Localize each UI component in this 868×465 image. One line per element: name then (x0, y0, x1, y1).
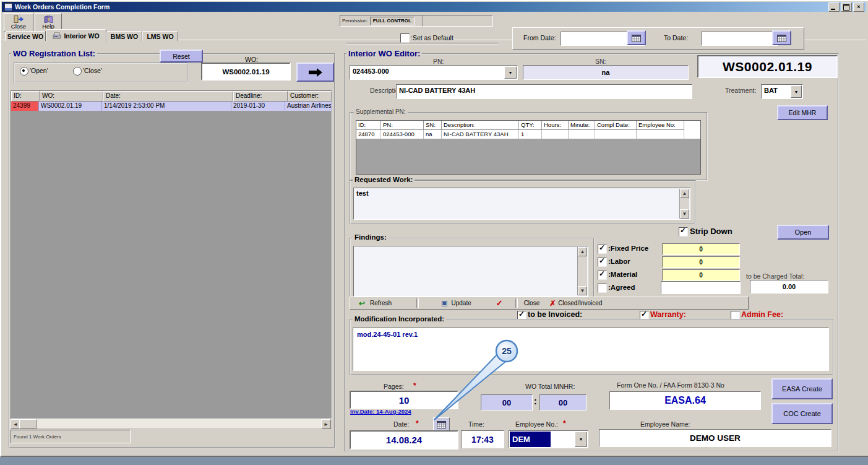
reset-label: Reset (173, 53, 189, 60)
closed-invoiced-button[interactable]: Closed/Invoiced (558, 300, 602, 306)
supp-grid-empty-area (356, 139, 700, 174)
findings-textarea[interactable]: ▲ ▼ (353, 246, 588, 297)
scroll-up-button[interactable]: ▲ (578, 247, 587, 256)
mnhr-minutes-value: 00 (559, 398, 567, 407)
set-as-default-underline (346, 43, 498, 45)
open-button[interactable]: Open (777, 225, 829, 240)
hscroll-thumb[interactable] (19, 419, 37, 429)
labor-checkbox[interactable] (598, 258, 607, 267)
grid-header-cell[interactable]: WO: (40, 91, 103, 102)
chevron-down-icon: ▼ (579, 437, 583, 441)
employee-name-value: DEMO USER (690, 433, 741, 443)
treatment-dropdown-button[interactable]: ▼ (791, 85, 802, 98)
scroll-down-button[interactable]: ▼ (680, 209, 689, 219)
requested-work-textarea[interactable]: test ▲ ▼ (353, 188, 690, 220)
close-radio[interactable] (73, 67, 82, 76)
minimize-button[interactable] (828, 2, 840, 12)
fixed-price-field[interactable]: 0 (662, 243, 740, 255)
grid-header-cell[interactable]: Employee No: (637, 121, 684, 130)
strip-down-checkbox[interactable] (679, 227, 688, 237)
pages-value: 10 (399, 395, 410, 406)
grid-header-cell[interactable]: Compl Date: (595, 121, 637, 130)
mnhr-separator: : (534, 396, 537, 406)
update-button[interactable]: Update (451, 300, 471, 306)
registration-status-bar: Found 1 Work Orders (11, 430, 131, 443)
status-text: Found 1 Work Orders (11, 434, 61, 440)
chevron-down-icon: ▼ (794, 90, 799, 94)
scroll-down-button[interactable]: ▼ (578, 286, 587, 295)
registration-hscrollbar[interactable]: ◄ ► (11, 419, 331, 428)
easa-create-label: EASA Create (782, 385, 822, 393)
pn-dropdown-button[interactable]: ▼ (504, 66, 517, 79)
set-as-default-checkbox[interactable] (400, 33, 410, 43)
pn-combobox[interactable]: 024453-000 ▼ (350, 65, 518, 80)
requested-work-scrollbar[interactable]: ▲ ▼ (679, 189, 689, 219)
scroll-up-button[interactable]: ▲ (680, 189, 689, 198)
table-cell (637, 130, 684, 139)
tab-lms-wo[interactable]: LMS WO (142, 31, 178, 41)
scroll-right-button[interactable]: ► (321, 419, 331, 429)
tab-interior-wo[interactable]: Interior WO (46, 29, 106, 41)
open-radio[interactable] (20, 67, 28, 76)
wo-registration-title: WO Registration List: (11, 49, 97, 58)
labor-field[interactable]: 0 (662, 256, 740, 268)
employee-no-dropdown-button[interactable]: ▼ (575, 432, 587, 447)
grid-header-cell[interactable]: PN: (381, 121, 424, 130)
agreed-field[interactable] (661, 281, 741, 294)
findings-scrollbar[interactable]: ▲ ▼ (577, 247, 587, 295)
form-one-field[interactable]: EASA.64 (609, 391, 761, 410)
grid-header-cell[interactable]: ID: (11, 91, 40, 102)
admin-fee-label: Admin Fee: (741, 310, 783, 319)
pages-required-mark: * (413, 381, 416, 390)
date-field[interactable]: 14.08.24 (350, 430, 458, 450)
callout-number: 25 (502, 346, 512, 356)
labor-label: :Labor (608, 258, 630, 265)
close-window-button[interactable]: × (853, 2, 864, 12)
fixed-price-checkbox[interactable] (598, 245, 607, 254)
material-field[interactable]: 0 (662, 269, 740, 281)
grid-header-cell[interactable]: Customer: (288, 91, 332, 102)
material-label: :Material (608, 271, 637, 278)
grid-header-cell[interactable]: SN: (424, 121, 442, 130)
table-row[interactable]: 24870024453-000naNI-CAD BATTERY 43AH1 (356, 130, 700, 139)
grid-header-cell[interactable]: Minute: (569, 121, 595, 130)
refresh-button[interactable]: Refresh (370, 300, 392, 306)
grid-header-cell[interactable]: Description: (442, 121, 519, 130)
grid-header-cell[interactable]: Deadline: (233, 91, 288, 102)
table-row[interactable]: 24399WS0002.01.191/14/2019 2:53:00 PM201… (11, 102, 332, 111)
time-field[interactable]: 17:43 (461, 430, 504, 448)
right-arrow-icon (307, 67, 324, 77)
grid-header-cell[interactable]: Date: (103, 91, 233, 102)
edit-mhr-button[interactable]: Edit MHR (777, 105, 828, 120)
toolbar-close-button[interactable]: Close (4, 13, 33, 32)
callout-tail (434, 354, 505, 420)
tab-bms-wo[interactable]: BMS WO (106, 31, 142, 41)
from-date-calendar-button[interactable] (627, 30, 646, 45)
findings-title: Findings: (353, 233, 389, 241)
interior-wo-editor-title: Interior WO Editor: (346, 49, 422, 58)
coc-create-button[interactable]: COC Create (771, 403, 833, 424)
treatment-combobox[interactable]: BAT ▼ (761, 84, 803, 99)
sn-label: SN: (595, 58, 606, 65)
mnhr-minutes-field[interactable]: 00 (539, 394, 587, 411)
tab-service-wo[interactable]: Service WO (5, 31, 46, 41)
to-date-field[interactable] (701, 32, 778, 46)
grid-header-cell[interactable]: Hours: (542, 121, 569, 130)
agreed-checkbox[interactable] (598, 284, 607, 293)
maximize-button[interactable] (841, 2, 852, 12)
to-date-calendar-button[interactable] (772, 30, 791, 45)
description-field[interactable]: NI-CAD BATTERY 43AH (396, 84, 692, 99)
toolbar-close-label: Close (11, 23, 26, 30)
chevron-down-icon: ▼ (509, 71, 513, 75)
material-checkbox[interactable] (598, 271, 607, 280)
easa-create-button[interactable]: EASA Create (771, 378, 833, 399)
close-wo-button[interactable]: Close (524, 300, 540, 306)
employee-no-combobox[interactable]: DEM ▼ (509, 430, 588, 448)
grid-header-cell[interactable]: QTY: (519, 121, 542, 130)
pn-label: PN: (433, 58, 444, 65)
reset-button[interactable]: Reset (160, 50, 203, 63)
close-radio-label: 'Close' (83, 67, 102, 74)
grid-header-cell[interactable]: ID: (356, 121, 381, 130)
wo-search-field[interactable]: WS0002.01.19 (201, 63, 291, 80)
wo-go-button[interactable] (296, 63, 334, 82)
